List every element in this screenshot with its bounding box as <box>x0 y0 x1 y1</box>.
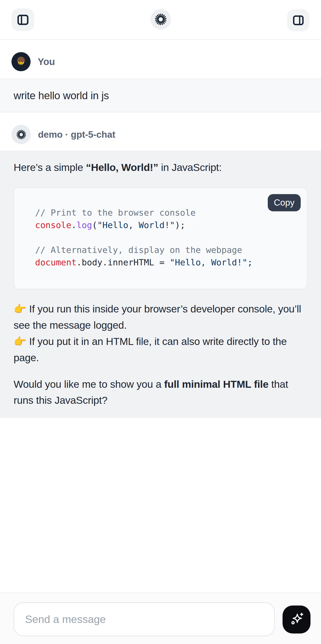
tip-line: 👉 If you put it in an HTML file, it can … <box>13 333 308 366</box>
starburst-icon <box>16 129 27 140</box>
tips-paragraph: 👉 If you run this inside your browser’s … <box>13 301 308 366</box>
message-input[interactable] <box>13 602 275 636</box>
sparkle-icon <box>289 611 305 628</box>
question-bold: full minimal HTML file <box>164 378 269 390</box>
right-panel-toggle-button[interactable] <box>287 9 309 31</box>
question-prefix: Would you like me to show you a <box>13 378 164 390</box>
assistant-message-header: demo · gpt-5-chat <box>0 125 321 144</box>
app-logo-button[interactable] <box>150 9 171 30</box>
chat-thread: You write hello world in js demo · gpt-5… <box>0 52 321 418</box>
intro-prefix: Here’s a simple <box>13 162 86 173</box>
assistant-avatar <box>11 125 31 144</box>
intro-bold: “Hello, World!” <box>86 162 158 173</box>
tip-text: If you put it in an HTML file, it can al… <box>13 336 287 363</box>
user-avatar <box>11 52 30 71</box>
person-emoji <box>13 54 29 69</box>
pointing-right-emoji: 👉 <box>13 336 26 347</box>
assistant-message-bubble: Here’s a simple “Hello, World!” in JavaS… <box>0 150 321 418</box>
code-block: Copy // Print to the browser consolecons… <box>13 188 308 289</box>
code-content: // Print to the browser consoleconsole.l… <box>14 188 307 289</box>
pointing-right-emoji: 👉 <box>13 303 26 315</box>
panel-right-icon <box>292 14 304 26</box>
composer-bar <box>0 592 321 644</box>
assistant-sender-label: demo · gpt-5-chat <box>38 129 115 140</box>
tip-text: If you run this inside your browser’s de… <box>13 303 301 331</box>
user-message-header: You <box>0 52 321 71</box>
user-message-text: write hello world in js <box>13 90 109 102</box>
tip-line: 👉 If you run this inside your browser’s … <box>13 301 308 333</box>
copy-button[interactable]: Copy <box>268 194 301 211</box>
starburst-icon <box>154 13 167 26</box>
question-paragraph: Would you like me to show you a full min… <box>13 376 298 408</box>
panel-left-icon <box>17 14 29 26</box>
top-bar <box>0 0 321 40</box>
user-message-bubble: write hello world in js <box>0 79 321 112</box>
intro-suffix: in JavaScript: <box>158 162 222 173</box>
send-button[interactable] <box>283 606 311 634</box>
user-sender-label: You <box>38 56 55 67</box>
sidebar-toggle-button[interactable] <box>11 8 34 31</box>
assistant-intro-text: Here’s a simple “Hello, World!” in JavaS… <box>13 161 308 174</box>
